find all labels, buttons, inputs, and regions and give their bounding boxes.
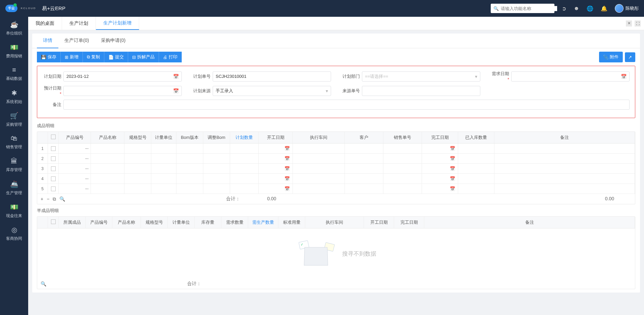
col-unit[interactable]: 计量单位 [151, 132, 176, 143]
cell-name[interactable] [91, 164, 124, 173]
cell-done[interactable]: 📅 [422, 174, 458, 183]
new-button[interactable]: ⊞新增 [61, 52, 83, 62]
sidebar-item-expense[interactable]: 💵费用报销 [0, 40, 28, 62]
cell-adj[interactable] [203, 184, 230, 194]
cell-so[interactable] [383, 184, 422, 194]
lookup-icon[interactable]: ··· [85, 156, 89, 161]
cell-spec[interactable] [124, 144, 151, 153]
copy-row-icon[interactable]: ⧉ [53, 196, 56, 202]
cell-cust[interactable] [345, 144, 383, 153]
cell-remark[interactable] [494, 184, 635, 194]
cell-spec[interactable] [124, 184, 151, 194]
lookup-icon[interactable]: ··· [85, 166, 89, 171]
cell-bom[interactable] [176, 154, 203, 163]
cell-code[interactable]: ··· [59, 154, 91, 163]
row-check[interactable] [48, 174, 59, 183]
col-need[interactable]: 需求数量 [221, 217, 248, 228]
col-spec[interactable]: 规格型号 [124, 132, 151, 143]
cell-spec[interactable] [124, 154, 151, 163]
col-std[interactable]: 标准用量 [278, 217, 305, 228]
cell-done[interactable]: 📅 [422, 144, 458, 153]
share-button[interactable]: ↗ [625, 52, 635, 62]
cell-start[interactable]: 📅 [259, 154, 293, 163]
col-workshop2[interactable]: 执行车间 [305, 217, 364, 228]
cell-spec[interactable] [124, 174, 151, 183]
search-row-icon[interactable]: 🔍 [59, 196, 65, 202]
lookup-icon[interactable]: ··· [85, 187, 89, 191]
col-bom[interactable]: Bom版本 [176, 132, 203, 143]
cell-remark[interactable] [494, 164, 635, 173]
expand-icon[interactable]: ⛶ [635, 20, 641, 27]
help-icon[interactable]: ☻ [574, 5, 579, 11]
cell-done[interactable]: 📅 [422, 154, 458, 163]
col-planqty[interactable]: 计划数量 [230, 132, 259, 143]
break-button[interactable]: ⊟拆解产品 [128, 52, 159, 62]
col-code2[interactable]: 产品编号 [86, 217, 112, 228]
cell-unit[interactable] [151, 174, 176, 183]
cell-adj[interactable] [203, 154, 230, 163]
cell-so[interactable] [383, 154, 422, 163]
cell-shop[interactable] [293, 184, 345, 194]
compass-icon[interactable]: ➲ [562, 5, 566, 12]
cell-cust[interactable] [345, 154, 383, 163]
submit-button[interactable]: 📄提交 [104, 52, 128, 62]
cell-cust[interactable] [345, 174, 383, 183]
cell-start[interactable]: 📅 [259, 144, 293, 153]
cell-done[interactable]: 📅 [422, 184, 458, 194]
lookup-icon[interactable]: ··· [85, 146, 89, 151]
sidebar-item-basedata[interactable]: ≡基础数据 [0, 62, 28, 85]
cell-start[interactable]: 📅 [259, 164, 293, 173]
cell-in[interactable] [458, 154, 494, 163]
cell-name[interactable] [91, 154, 124, 163]
cell-so[interactable] [383, 144, 422, 153]
cell-so[interactable] [383, 164, 422, 173]
sidebar-item-cash[interactable]: 💵现金往来 [0, 199, 28, 222]
globe-icon[interactable]: 🌐 [587, 5, 593, 12]
search-field[interactable] [501, 6, 557, 11]
cell-adj[interactable] [203, 164, 230, 173]
col-unit2[interactable]: 计量单位 [168, 217, 195, 228]
table-row[interactable]: 1···📅📅 [37, 144, 635, 154]
cell-code[interactable]: ··· [59, 164, 91, 173]
col-cust[interactable]: 客户 [345, 132, 383, 143]
cell-shop[interactable] [293, 154, 345, 163]
row-check[interactable] [48, 144, 59, 153]
col-code[interactable]: 产品编号 [59, 132, 91, 143]
bell-icon[interactable]: 🔔 [601, 5, 607, 12]
cell-unit[interactable] [151, 164, 176, 173]
col-check[interactable] [48, 132, 59, 143]
col-stock[interactable]: 库存量 [195, 217, 221, 228]
cell-qty[interactable] [230, 184, 259, 194]
search-row-icon[interactable]: 🔍 [41, 281, 46, 286]
cell-start[interactable]: 📅 [259, 184, 293, 194]
tab-prodplan[interactable]: 生产计划 [62, 17, 96, 30]
cell-remark[interactable] [494, 144, 635, 153]
plan-no-input[interactable]: SCJH23010001 [213, 71, 331, 82]
cell-done[interactable]: 📅 [422, 164, 458, 173]
source-select[interactable]: 手工录入▾ [213, 86, 331, 96]
cell-code[interactable]: ··· [59, 174, 91, 183]
cell-qty[interactable] [230, 154, 259, 163]
col-in[interactable]: 已入库数量 [458, 132, 494, 143]
col-name2[interactable]: 产品名称 [112, 217, 141, 228]
cell-in[interactable] [458, 174, 494, 183]
cell-bom[interactable] [176, 174, 203, 183]
cell-shop[interactable] [293, 144, 345, 153]
subtab-orders[interactable]: 生产订单(0) [58, 34, 95, 48]
cell-bom[interactable] [176, 144, 203, 153]
col-remark[interactable]: 备注 [494, 132, 635, 143]
tab-prodplan-new[interactable]: 生产计划新增 [96, 17, 139, 30]
cell-in[interactable] [458, 144, 494, 153]
sidebar-item-sysinit[interactable]: ✱系统初始 [0, 85, 28, 108]
col-adjbom[interactable]: 调整Bom [203, 132, 230, 143]
demand-date-input[interactable]: 📅 [511, 71, 630, 82]
logo[interactable]: 千云 KCLOUD [5, 3, 36, 13]
cell-qty[interactable] [230, 164, 259, 173]
remove-row-icon[interactable]: − [47, 196, 49, 202]
col-workshop[interactable]: 执行车间 [293, 132, 345, 143]
col-rm2[interactable]: 备注 [424, 217, 635, 228]
col-done[interactable]: 完工日期 [422, 132, 458, 143]
col-start2[interactable]: 开工日期 [364, 217, 394, 228]
plan-date-input[interactable]: 2023-01-12📅 [63, 71, 182, 82]
col-spec2[interactable]: 规格型号 [141, 217, 168, 228]
